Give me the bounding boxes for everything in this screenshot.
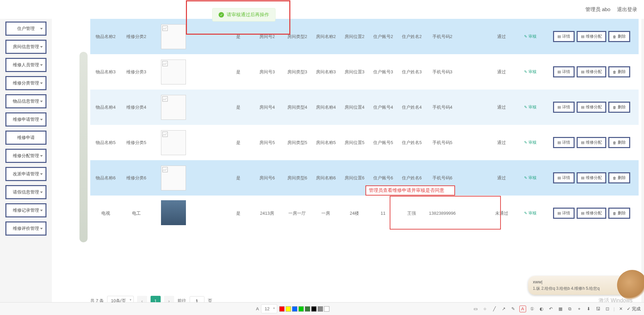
sidebar-item-10[interactable]: 维修记录管理 <box>5 203 46 217</box>
delete-button[interactable]: 🗑删除 <box>608 102 630 113</box>
color-swatch[interactable] <box>292 306 297 312</box>
done-button[interactable]: ✓ 完成 <box>627 306 641 312</box>
cell-actions: ▤详情▤维修分配🗑删除 <box>545 125 639 160</box>
document-icon: ▤ <box>557 211 561 215</box>
sidebar-item-11[interactable]: 维修评价管理 <box>5 221 46 236</box>
cell-rname: 房间名称6 <box>312 160 340 196</box>
detail-button[interactable]: ▤详情 <box>553 172 575 183</box>
detail-button[interactable]: ▤详情 <box>553 137 575 148</box>
cell-rname: 房间名称5 <box>312 125 340 160</box>
table-row[interactable]: 物品名称2维修分类2是房间号2房间类型2房间名称2房间位置2住户账号2住户姓名2… <box>90 19 639 54</box>
table-row[interactable]: 电视电工是2413房一房一厅一房24楼11王强13823899996未通过审核▤… <box>90 196 639 231</box>
review-link[interactable]: 审核 <box>524 140 537 145</box>
close-icon[interactable]: ✕ <box>617 306 624 312</box>
pin-icon[interactable]: ⊡ <box>604 306 611 312</box>
cell-status: 通过 <box>487 19 516 54</box>
sidebar-item-2[interactable]: 维修人员管理 <box>5 58 46 72</box>
document-icon: ▤ <box>557 105 561 109</box>
color-swatches <box>279 306 329 312</box>
table-row[interactable]: 物品名称4维修分类4是房间号4房间类型4房间名称4房间位置4住户账号4住户姓名4… <box>90 90 639 125</box>
review-link[interactable]: 审核 <box>524 210 537 216</box>
assign-button[interactable]: ▤维修分配 <box>577 208 606 219</box>
text-tool-icon[interactable]: A <box>519 306 526 312</box>
assign-button[interactable]: ▤维修分配 <box>577 31 606 42</box>
color-swatch[interactable] <box>324 306 329 312</box>
cell-rname: 一房 <box>312 196 340 231</box>
annotation-toolbar: ▭ ○ ╱ ↗ ✎ A ① ◐ ↶ ▦ ⧉ ⌖ ⬇ 🖫 ⊡ | ✕ ✓ 完成 A… <box>0 302 644 315</box>
detail-button[interactable]: ▤详情 <box>553 102 575 113</box>
rect-tool-icon[interactable]: ▭ <box>472 306 479 312</box>
review-link[interactable]: 审核 <box>524 34 537 39</box>
circle-tool-icon[interactable]: ○ <box>482 306 488 312</box>
delete-button[interactable]: 🗑删除 <box>608 208 630 219</box>
admin-label[interactable]: 管理员 abo <box>585 6 610 13</box>
cell-room: 房间号4 <box>251 90 283 125</box>
table-row[interactable]: 物品名称3维修分类3是房间号3房间类型3房间名称3房间位置3住户账号3住户姓名3… <box>90 54 639 90</box>
review-link[interactable]: 审核 <box>524 69 537 75</box>
cell-actions: ▤详情▤维修分配🗑删除 <box>545 196 639 231</box>
arrow-tool-icon[interactable]: ↗ <box>501 306 507 312</box>
save-icon[interactable]: 🖫 <box>595 306 602 312</box>
assign-button[interactable]: ▤维修分配 <box>577 102 606 113</box>
eyedropper-icon[interactable]: ⌖ <box>576 306 583 312</box>
sidebar-item-0[interactable]: 住户管理 <box>5 22 46 36</box>
cell-type: 一房一厅 <box>283 196 312 231</box>
trash-icon: 🗑 <box>613 176 616 180</box>
document-icon: ▤ <box>581 176 584 180</box>
mosaic-icon[interactable]: ▦ <box>557 306 564 312</box>
crop-icon[interactable]: ⧉ <box>567 306 573 312</box>
font-size-select[interactable]: 12 <box>261 304 277 313</box>
detail-button[interactable]: ▤详情 <box>553 208 575 219</box>
cell-image <box>152 160 195 196</box>
cell-yes: 是 <box>226 90 251 125</box>
line-tool-icon[interactable]: ╱ <box>491 306 498 312</box>
color-swatch[interactable] <box>279 306 285 312</box>
cell-phone: 手机号码5 <box>426 125 459 160</box>
table-row[interactable]: 物品名称5维修分类5是房间号5房间类型5房间名称5房间位置5住户账号5住户姓名5… <box>90 125 639 160</box>
trash-icon: 🗑 <box>613 35 616 39</box>
color-swatch[interactable] <box>318 306 323 312</box>
sidebar-item-9[interactable]: 请假信息管理 <box>5 185 46 199</box>
assign-button[interactable]: ▤维修分配 <box>577 66 606 77</box>
pen-tool-icon[interactable]: ✎ <box>510 306 517 312</box>
table-container[interactable]: 物品名称2维修分类2是房间号2房间类型2房间名称2房间位置2住户账号2住户姓名2… <box>90 19 639 291</box>
undo-icon[interactable]: ↶ <box>548 306 554 312</box>
assign-button[interactable]: ▤维修分配 <box>577 172 606 183</box>
sidebar-item-7[interactable]: 维修分配管理 <box>5 149 46 163</box>
sidebar-item-5[interactable]: 维修申请管理 <box>5 112 46 127</box>
table-row[interactable]: 物品名称6维修分类6是房间号6房间类型6房间名称6房间位置6住户账号6住户姓名6… <box>90 160 639 196</box>
sidebar-item-1[interactable]: 房间信息管理 <box>5 40 46 54</box>
annotation-box-toast <box>186 0 290 35</box>
delete-button[interactable]: 🗑删除 <box>608 137 630 148</box>
download-icon[interactable]: ⬇ <box>585 306 592 312</box>
header-bar: 管理员 abo 退出登录 <box>0 0 644 19</box>
color-swatch[interactable] <box>298 306 304 312</box>
dog-mascot-image <box>617 270 644 300</box>
detail-button[interactable]: ▤详情 <box>553 66 575 77</box>
cell-yes: 是 <box>226 160 251 196</box>
sidebar-item-8[interactable]: 改派申请管理 <box>5 167 46 181</box>
assign-button[interactable]: ▤维修分配 <box>577 137 606 148</box>
review-link[interactable]: 审核 <box>524 175 537 181</box>
delete-button[interactable]: 🗑删除 <box>608 172 630 183</box>
cell-status: 通过 <box>487 125 516 160</box>
sidebar-item-6[interactable]: 维修申请 <box>5 131 46 145</box>
cell-type: 房间类型5 <box>283 125 312 160</box>
document-icon: ▤ <box>581 34 584 39</box>
review-link[interactable]: 审核 <box>524 104 537 110</box>
logout-link[interactable]: 退出登录 <box>617 6 637 13</box>
color-swatch[interactable] <box>286 306 291 312</box>
detail-button[interactable]: ▤详情 <box>553 31 575 42</box>
delete-button[interactable]: 🗑删除 <box>608 66 630 77</box>
cell-actions: ▤详情▤维修分配🗑删除 <box>545 160 639 196</box>
color-swatch[interactable] <box>305 306 310 312</box>
cell-pos: 24楼 <box>340 196 369 231</box>
number-tool-icon[interactable]: ① <box>529 306 536 312</box>
sidebar-item-4[interactable]: 物品信息管理 <box>5 94 46 108</box>
highlight-tool-icon[interactable]: ◐ <box>538 306 545 312</box>
sidebar-item-3[interactable]: 维修分类管理 <box>5 76 46 90</box>
color-swatch[interactable] <box>311 306 317 312</box>
delete-button[interactable]: 🗑删除 <box>608 31 630 42</box>
cell-image <box>152 54 195 90</box>
cell-name: 物品名称6 <box>90 160 121 196</box>
